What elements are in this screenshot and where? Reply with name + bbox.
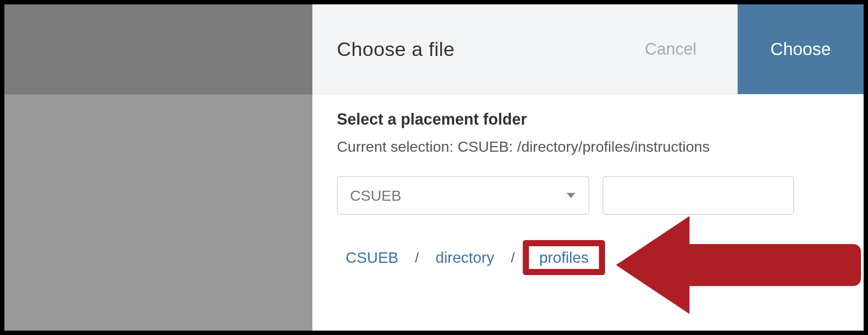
panel-body: Select a placement folder Current select… <box>312 94 864 275</box>
panel-header: Choose a file Cancel Choose <box>312 4 864 94</box>
site-dropdown[interactable]: CSUEB <box>337 176 589 215</box>
current-selection-prefix: Current selection: <box>337 138 458 155</box>
current-selection-text: Current selection: CSUEB: /directory/pro… <box>337 138 837 155</box>
breadcrumb: CSUEB / directory / profiles <box>337 240 837 275</box>
modal-backdrop-top <box>4 4 312 94</box>
annotation-highlight-box: profiles <box>523 240 606 275</box>
dropdown-value: CSUEB <box>350 187 401 204</box>
breadcrumb-link-directory[interactable]: directory <box>427 243 503 272</box>
search-input[interactable] <box>602 176 794 215</box>
breadcrumb-link-profiles[interactable]: profiles <box>536 247 592 268</box>
breadcrumb-separator: / <box>415 250 419 266</box>
modal-backdrop-bottom <box>4 94 312 335</box>
current-selection-value: CSUEB: /directory/profiles/instructions <box>458 138 710 155</box>
panel-title: Choose a file <box>337 38 455 61</box>
controls-row: CSUEB <box>337 176 837 215</box>
subheading: Select a placement folder <box>337 110 837 129</box>
breadcrumb-link-csueb[interactable]: CSUEB <box>337 243 407 272</box>
breadcrumb-separator: / <box>511 250 515 266</box>
cancel-button[interactable]: Cancel <box>636 4 705 94</box>
choose-button[interactable]: Choose <box>738 4 864 94</box>
file-chooser-panel: Choose a file Cancel Choose Select a pla… <box>312 4 864 331</box>
chevron-down-icon <box>567 193 575 198</box>
